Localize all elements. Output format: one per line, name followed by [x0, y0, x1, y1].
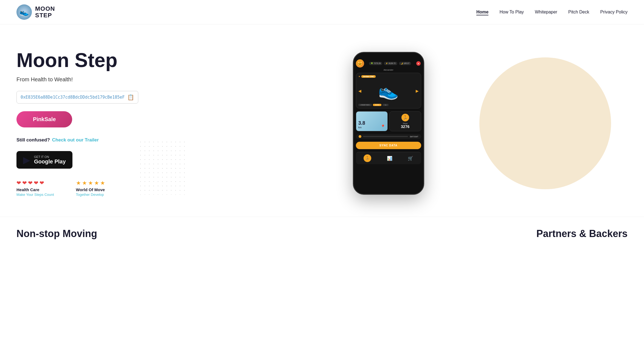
google-play-icon: ▶ — [23, 154, 30, 165]
google-play-text: GET IT ON Google Play — [34, 155, 66, 165]
review-title-0: Health Care — [16, 187, 54, 192]
sync-button[interactable]: SYNC DATA — [356, 142, 421, 149]
star-y-2: ★ — [82, 180, 87, 186]
shoe-bar-tier: 1x — [383, 104, 389, 106]
distance-value: 3.8 — [358, 120, 365, 126]
star-icon: ★ — [358, 75, 360, 78]
partners-title: Partners & Backers — [536, 228, 628, 240]
phone-avatar: 🐱 — [356, 59, 364, 68]
phone-mockup: 🐱 🍀 7273.29 ⚡ 8128.72 🌙 185.07 ● Alexand… — [353, 52, 424, 195]
nav-links: Home How To Play Whitepaper Pitch Deck P… — [476, 10, 628, 15]
star-5: ❤ — [40, 180, 44, 186]
distance-unit: km — [358, 126, 362, 129]
phone-notch — [378, 53, 400, 58]
logo-icon: 👟 — [16, 4, 32, 20]
steps-count: 3276 — [392, 124, 419, 129]
phone-topbar: 🐱 🍀 7273.29 ⚡ 8128.72 🌙 185.07 ● — [354, 58, 423, 69]
partners-section: Partners & Backers — [536, 228, 628, 240]
phone-screen: 🐱 🍀 7273.29 ⚡ 8128.72 🌙 185.07 ● Alexand… — [354, 53, 423, 194]
phone-bottom-nav: 🏃 📊 🛒 — [356, 152, 421, 164]
hero-section: Moon Step From Health to Wealth! 0xE835E… — [0, 24, 644, 217]
dot-grid-decoration — [138, 140, 188, 195]
phone-frame: 🐱 🍀 7273.29 ⚡ 8128.72 🌙 185.07 ● Alexand… — [353, 52, 424, 195]
shoe-card-header: ★ Jordan CNC — [358, 75, 419, 78]
bottom-sections: Non-stop Moving Partners & Backers — [0, 217, 644, 250]
stat-chip-2: ⚡ 8128.72 — [384, 62, 397, 65]
star-2: ❤ — [22, 180, 27, 186]
contract-address: 0xE835E6a88De1Cc37cd8BdcDDdc5bd179cBe185… — [21, 95, 125, 100]
smt-label: SMT/SMT — [410, 136, 418, 138]
hero-title: Moon Step — [16, 50, 138, 71]
star-y-4: ★ — [94, 180, 99, 186]
phone-stats: 🍀 7273.29 ⚡ 8128.72 🌙 185.07 — [369, 62, 411, 65]
bg-circle-decoration — [479, 57, 611, 189]
contract-box: 0xE835E6a88De1Cc37cd8BdcDDdc5bd179cBe185… — [16, 91, 138, 104]
shoe-bars: #489874965 50/60 1x — [358, 104, 419, 106]
navbar: 👟 MOON STEP Home How To Play Whitepaper … — [0, 0, 644, 24]
reviews-row: ❤ ❤ ❤ ❤ ❤ Health Care Make Your Steps Co… — [16, 180, 138, 197]
shoe-bar-level: 50/60 — [373, 104, 381, 106]
prev-shoe-arrow[interactable]: ◀ — [358, 89, 361, 93]
nav-item-home[interactable]: Home — [476, 10, 488, 15]
steps-label: Steps — [392, 122, 419, 124]
next-shoe-arrow[interactable]: ▶ — [416, 89, 419, 93]
nav-item-howtoplay[interactable]: How To Play — [499, 10, 524, 15]
shoe-display: ◀ 👟 ▶ — [358, 79, 419, 103]
hero-left: Moon Step From Health to Wealth! 0xE835E… — [16, 50, 138, 197]
review-title-1: World Of Move — [76, 187, 105, 192]
confused-text: Still confused? — [16, 137, 50, 143]
shoe-name-badge: Jordan CNC — [361, 75, 376, 78]
shoe-card: ★ Jordan CNC ◀ 👟 ▶ #489874965 50/60 1x — [356, 73, 421, 108]
non-stop-moving-section: Non-stop Moving — [16, 228, 97, 240]
nav-item-privacy[interactable]: Privacy Policy — [600, 10, 628, 15]
hero-right: 🐱 🍀 7273.29 ⚡ 8128.72 🌙 185.07 ● Alexand… — [138, 52, 628, 195]
bottom-nav-shop[interactable]: 🛒 — [408, 156, 413, 161]
nav-item-pitchdeck[interactable]: Pitch Deck — [568, 10, 589, 15]
review-item-1: ★ ★ ★ ★ ★ World Of Move Together Develop — [76, 180, 105, 197]
review-stars-1: ★ ★ ★ ★ ★ — [76, 180, 105, 186]
stat-chip-3: 🌙 185.07 — [399, 62, 411, 65]
logo[interactable]: 👟 MOON STEP — [16, 4, 55, 20]
phone-username: Alexander — [354, 69, 423, 71]
smt-row: SMT/SMT — [356, 134, 421, 139]
non-stop-moving-title: Non-stop Moving — [16, 228, 97, 240]
logo-text: MOON STEP — [35, 5, 55, 19]
review-subtitle-0: Make Your Steps Count — [16, 193, 54, 197]
review-subtitle-1: Together Develop — [76, 193, 105, 197]
star-y-3: ★ — [88, 180, 93, 186]
review-stars-0: ❤ ❤ ❤ ❤ ❤ — [16, 180, 54, 186]
shoe-image: 👟 — [378, 81, 399, 101]
smt-dot — [359, 135, 361, 138]
trailer-link[interactable]: Check out our Trailer — [52, 137, 99, 143]
copy-icon[interactable]: 📋 — [127, 94, 134, 101]
star-1: ❤ — [16, 180, 21, 186]
pinksale-button[interactable]: PinkSale — [16, 111, 72, 127]
google-play-button[interactable]: ▶ GET IT ON Google Play — [16, 151, 72, 169]
stat-chip-1: 🍀 7273.29 — [369, 62, 382, 65]
phone-settings-icon[interactable]: ● — [416, 61, 421, 66]
bottom-nav-run[interactable]: 🏃 — [364, 154, 371, 162]
bottom-nav-chart[interactable]: 📊 — [387, 156, 392, 161]
nav-item-whitepaper[interactable]: Whitepaper — [535, 10, 557, 15]
review-item-0: ❤ ❤ ❤ ❤ ❤ Health Care Make Your Steps Co… — [16, 180, 54, 197]
star-4: ❤ — [34, 180, 38, 186]
hero-subtitle: From Health to Wealth! — [16, 76, 138, 83]
shoe-bar-id: #489874965 — [358, 104, 372, 106]
step-icon: 🏃 — [401, 114, 409, 121]
smt-progress-bar — [363, 136, 408, 137]
steps-card: 🏃 Steps 3276 — [389, 111, 421, 131]
star-y-5: ★ — [100, 180, 105, 186]
map-card: 3.8 km 📍 — [356, 111, 388, 131]
map-pin-icon: 📍 — [381, 124, 385, 129]
stats-cards-row: 3.8 km 📍 🏃 Steps 3276 — [356, 111, 421, 131]
star-y-1: ★ — [76, 180, 81, 186]
confused-row: Still confused? Check out our Trailer — [16, 137, 138, 143]
star-3: ❤ — [28, 180, 33, 186]
